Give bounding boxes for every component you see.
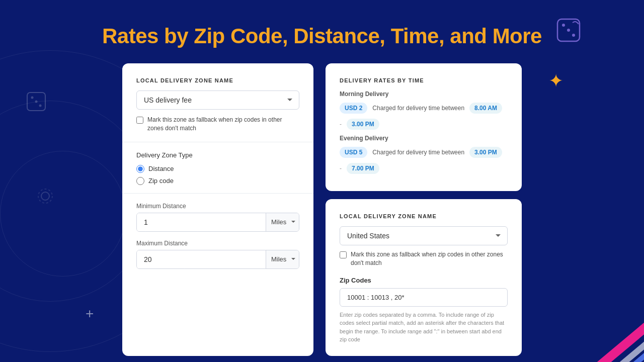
fallback-checkbox-label-right: Mark this zone as fallback when zip code… [351,250,508,267]
svg-point-3 [572,34,575,37]
cards-wrapper: LOCAL DELIVERY ZONE NAME US delivery fee… [122,63,522,356]
header-highlight3: Time, [385,24,445,48]
right-top-section-label: DELIVERY RATES BY TIME [340,77,508,83]
fallback-checkbox-label: Mark this zone as fallback when zip code… [147,116,299,133]
evening-delivery-row: USD 5 Charged for delivery time between … [340,147,508,174]
card-divider [122,142,313,142]
morning-dash: - [340,121,342,128]
morning-charged-label: Charged for delivery time between [372,105,464,112]
svg-point-7 [39,105,42,107]
svg-point-1 [562,24,565,27]
fallback-checkbox-row-right: Mark this zone as fallback when zip code… [340,250,508,267]
zipcode-radio-row: Zip code [136,177,299,185]
morning-delivery-label: Morning Delivery [340,90,508,98]
min-distance-unit-select[interactable]: Miles Km [266,213,299,231]
svg-point-2 [567,29,570,32]
card-divider-2 [122,193,313,194]
right-column: DELIVERY RATES BY TIME Morning Delivery … [326,63,522,356]
header-suffix: and More [444,24,542,48]
right-bottom-section-label: LOCAL DELIVERY ZONE NAME [340,213,508,219]
max-distance-unit-select[interactable]: Miles Km [266,250,299,268]
header-highlight1: Zip Code, [194,24,288,48]
max-distance-label: Maximum Distance [136,240,299,247]
main-content: LOCAL DELIVERY ZONE NAME US delivery fee… [0,63,644,356]
max-distance-input-wrapper: 20 Miles Km [136,250,299,269]
plus-icon: + [86,306,94,322]
delivery-zone-name-select[interactable]: US delivery fee Zone A Zone B [136,90,299,110]
min-distance-label: Minimum Distance [136,203,299,210]
fallback-checkbox-right[interactable] [340,251,347,258]
svg-point-8 [41,192,49,200]
left-delivery-zone-card: LOCAL DELIVERY ZONE NAME US delivery fee… [122,63,313,356]
morning-usd-badge: USD 2 [340,103,367,114]
gear-icon-left [35,186,55,208]
delivery-rates-time-card: DELIVERY RATES BY TIME Morning Delivery … [326,63,522,191]
distance-radio-row: Distance [136,165,299,173]
evening-charged-label: Charged for delivery time between [372,149,464,156]
svg-point-6 [35,101,38,103]
fallback-checkbox[interactable] [136,117,143,124]
min-distance-input-wrapper: 1 Miles Km [136,213,299,232]
max-distance-input[interactable]: 20 [137,250,266,268]
fallback-checkbox-row: Mark this zone as fallback when zip code… [136,116,299,133]
page-header: Rates by Zip Code, Distance, Time, and M… [0,0,644,63]
zipcode-radio[interactable] [136,177,144,185]
svg-point-5 [31,97,34,99]
zip-code-zone-card: LOCAL DELIVERY ZONE NAME United States C… [326,199,522,356]
dice-icon-top [553,15,584,47]
country-select[interactable]: United States Canada United Kingdom [340,226,508,245]
evening-dash: - [340,165,342,172]
evening-start-badge: 3.00 PM [469,147,502,158]
evening-usd-badge: USD 5 [340,147,367,158]
dice-icon-left [25,90,47,115]
distance-radio[interactable] [136,165,144,173]
star-icon: ✦ [548,70,564,92]
zip-codes-label: Zip Codes [340,277,508,284]
zone-type-radio-group: Distance Zip code [136,165,299,185]
header-highlight2: Distance, [288,24,385,48]
header-prefix: Rates by [102,24,194,48]
evening-delivery-label: Evening Delivery [340,135,508,142]
left-card-section-label: LOCAL DELIVERY ZONE NAME [136,77,299,83]
zipcode-radio-label: Zip code [148,177,174,185]
min-distance-input[interactable]: 1 [137,213,266,231]
zip-codes-input[interactable] [340,288,508,307]
distance-radio-label: Distance [148,165,174,172]
zip-hint-text: Enter zip codes separated by a comma. To… [340,311,508,344]
max-distance-field: Maximum Distance 20 Miles Km [136,240,299,269]
zone-type-label: Delivery Zone Type [136,151,299,159]
svg-point-9 [38,189,52,203]
min-distance-field: Minimum Distance 1 Miles Km [136,203,299,232]
evening-end-badge: 7.00 PM [347,163,379,174]
morning-start-badge: 8.00 AM [469,103,502,114]
morning-end-badge: 3.00 PM [347,119,379,130]
morning-delivery-row: USD 2 Charged for delivery time between … [340,103,508,130]
